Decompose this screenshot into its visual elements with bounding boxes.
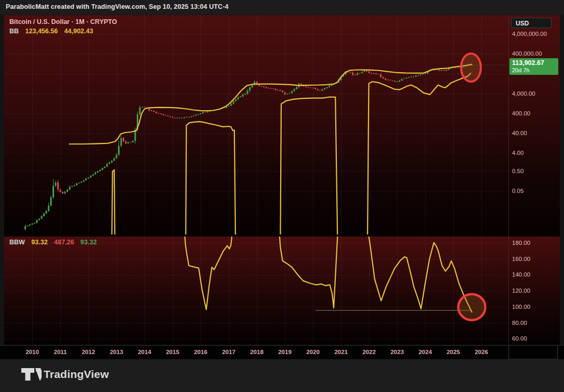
time-axis-year-label: 2019 [273,349,296,355]
bbw-legend-row: BBW 93.32 487.26 93.32 [9,239,97,246]
bb-lower-value: 44,902.43 [64,28,94,35]
time-axis-year-label: 2018 [245,349,268,355]
bbw-current-value: 93.32 [31,239,47,246]
bbw-low-value: 93.32 [81,239,97,246]
time-axis-year-label: 2010 [21,349,44,355]
bbw-axis-label: 80.00 [512,320,527,326]
bb-upper-value: 123,456.56 [25,28,58,35]
price-axis-label: 0.50 [512,168,523,174]
bbw-indicator-label[interactable]: BBW [9,239,25,246]
bar-countdown: 20d 7h [512,67,556,74]
price-axis[interactable]: USD 113,902.67 20d 7h 4,000,000.00400,00… [509,15,564,346]
highlight-circle-upper [461,54,481,82]
time-axis-year-label: 2023 [386,349,409,355]
time-axis-year-label: 2021 [330,349,352,355]
time-axis-year-label: 2013 [105,349,128,355]
time-axis-year-label: 2024 [414,349,437,355]
bbw-high-value: 487.26 [54,239,74,246]
last-price-badge: 113,902.67 20d 7h [509,58,558,75]
time-axis-year-label: 2020 [301,349,324,355]
upper-panel-bg [4,15,560,234]
currency-toggle-button[interactable]: USD [511,18,552,28]
bbw-axis-label: 60.00 [512,335,527,342]
price-axis-label: 40.00 [512,130,527,136]
time-axis-year-label: 2016 [189,349,212,355]
tradingview-snapshot-window: ParabolicMatt created with TradingView.c… [0,0,564,392]
price-axis-label: 4,000,000.00 [512,31,547,37]
time-axis[interactable]: 2010201120122013201420152016201720182019… [0,345,564,360]
time-axis-year-label: 2014 [133,349,156,355]
last-price-value: 113,902.67 [512,59,556,67]
price-axis-label: 0.05 [512,188,523,194]
bbw-axis-label: 120.00 [512,288,530,294]
lower-panel-bg [4,237,560,345]
bb-indicator-label[interactable]: BB [9,28,19,35]
highlight-circle-lower [458,294,486,320]
bbw-axis-label: 100.00 [512,304,530,310]
price-axis-label: 400,000.00 [512,50,542,57]
bb-legend-row: BB 123,456.56 44,902.43 [9,28,98,35]
bbw-axis-label: 160.00 [512,256,530,262]
time-axis-year-label: 2015 [161,349,184,355]
time-axis-year-label: 2011 [49,349,72,355]
time-axis-year-label: 2026 [470,349,493,355]
price-axis-label: 400.00 [512,110,530,116]
time-axis-year-label: 2025 [442,349,465,355]
symbol-title[interactable]: Bitcoin / U.S. Dollar · 1M · CRYPTO [9,18,117,25]
time-axis-year-label: 2017 [217,349,240,355]
bbw-axis-label: 140.00 [512,271,530,278]
symbol-legend-row: Bitcoin / U.S. Dollar · 1M · CRYPTO [9,18,117,25]
price-axis-label: 4.00 [512,150,523,156]
time-axis-year-label: 2022 [358,349,381,355]
bbw-axis-label: 180.00 [512,240,530,246]
time-axis-year-label: 2012 [77,349,100,355]
pane-separator [4,234,560,237]
chart-canvas[interactable] [0,0,564,392]
price-axis-label: 4,000.00 [512,90,535,97]
tradingview-logo-icon[interactable] [21,367,42,383]
footer-bar: TradingView [0,359,564,392]
axis-corner-box [508,346,558,359]
tradingview-wordmark[interactable]: TradingView [44,368,109,381]
